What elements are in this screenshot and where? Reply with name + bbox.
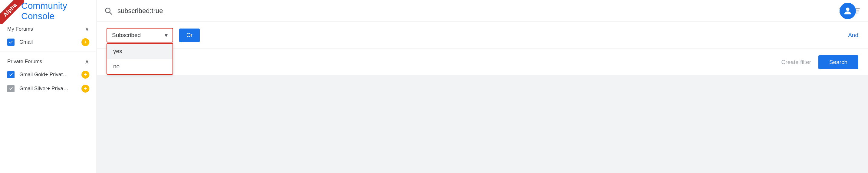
bottom-bar: ? Create filter Search [97,49,868,75]
gmail-gold-forum-name: Gmail Gold+ Privat… [19,72,76,78]
sidebar-item-gmail[interactable]: Gmail + [0,35,97,49]
gmail-silver-forum-name: Gmail Silver+ Priva… [19,85,76,92]
dropdown-options-list: yes no [106,43,173,75]
filter-row: Subscribed ▾ yes no Or And [106,28,858,43]
alpha-badge-text: Alpha [0,0,24,24]
subscribed-dropdown[interactable]: Subscribed ▾ [106,28,173,43]
dropdown-arrow-icon: ▾ [165,31,168,39]
sidebar-item-gmail-gold[interactable]: Gmail Gold+ Privat… + [0,68,97,82]
dropdown-option-no[interactable]: no [107,59,173,74]
subscribed-dropdown-label: Subscribed [112,32,141,39]
filter-panel: Subscribed ▾ yes no Or And [97,22,868,49]
gmail-gold-add-icon[interactable]: + [82,71,89,79]
gmail-add-icon[interactable]: + [82,38,89,46]
sidebar: Community Console My Forums ∧ Gmail + Pr… [0,0,97,173]
gmail-silver-add-icon[interactable]: + [82,85,89,93]
or-button[interactable]: Or [179,28,200,42]
svg-line-1 [110,12,112,15]
create-filter-button[interactable]: Create filter [781,59,811,66]
gmail-gold-checkbox-icon [7,71,14,78]
alpha-badge: Alpha [0,0,24,24]
search-input[interactable] [117,7,834,15]
sidebar-divider [0,52,97,52]
dropdown-option-yes[interactable]: yes [107,44,173,59]
bottom-actions: Create filter Search [781,55,858,69]
avatar[interactable] [840,3,856,19]
search-button[interactable]: Search [818,55,858,69]
my-forums-chevron-icon[interactable]: ∧ [85,25,89,33]
search-icon [104,7,113,15]
sidebar-section-private-forums: Private Forums ∧ Gmail Gold+ Privat… + G… [0,54,97,98]
main-content: ✕ Subscribed ▾ yes no [97,0,868,173]
search-bar: ✕ [97,0,868,22]
and-label[interactable]: And [848,32,858,39]
sidebar-item-gmail-silver[interactable]: Gmail Silver+ Priva… + [0,82,97,96]
sidebar-private-forums-header: Private Forums ∧ [0,54,97,68]
gmail-forum-name: Gmail [19,39,76,45]
gmail-checkbox-icon [7,39,14,46]
gmail-silver-checkbox-icon [7,85,14,92]
subscribed-dropdown-wrap: Subscribed ▾ yes no [106,28,173,43]
sidebar-section-my-forums: My Forums ∧ Gmail + [0,22,97,52]
private-forums-chevron-icon[interactable]: ∧ [85,58,89,65]
app-title: Community Console [21,1,91,21]
svg-point-5 [846,7,849,11]
private-forums-label: Private Forums [7,58,42,65]
my-forums-label: My Forums [7,26,33,32]
